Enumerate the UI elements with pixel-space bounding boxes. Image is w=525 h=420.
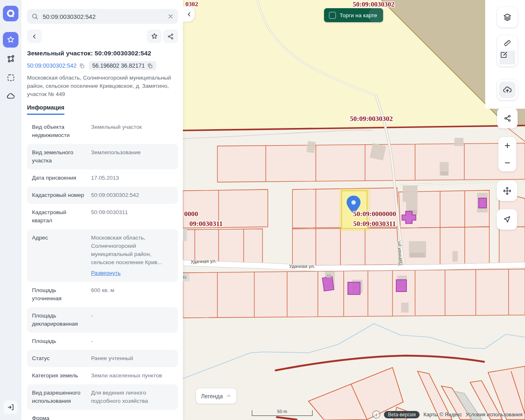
- sidebar-item-layers-cloud[interactable]: [3, 89, 18, 104]
- select-area-icon: [6, 73, 16, 82]
- legend-button[interactable]: Легенда: [196, 388, 236, 404]
- quarter-label: 50:09:0030302: [350, 115, 393, 123]
- row-value: 17.05.2013: [86, 174, 173, 182]
- row-value: Земли населенных пунктов: [86, 372, 173, 380]
- share-button[interactable]: [163, 30, 178, 43]
- collapse-panel-button[interactable]: [183, 7, 195, 22]
- row-label: Вид объекта недвижимости: [32, 123, 86, 139]
- copy-icon[interactable]: [147, 63, 153, 69]
- row-value: Для ведения личного подсобного хозяйства: [86, 389, 173, 405]
- favorite-button[interactable]: [147, 30, 162, 43]
- table-row: Кадастровый номер50:09:0030302:542: [27, 187, 178, 204]
- terms-link[interactable]: Условия использования: [466, 412, 523, 418]
- row-label: Кадастровый номер: [32, 191, 86, 199]
- map-canvas[interactable]: 49 65 Удачная ул. Удачная ул. Удачная ул…: [183, 0, 525, 420]
- row-label: Площадь декларированная: [32, 312, 86, 328]
- row-value: Земельный участок: [86, 123, 173, 139]
- street-label: Удачная ул.: [289, 264, 315, 269]
- table-row: Вид земельного участкаЗемлепользование: [27, 144, 178, 169]
- scale-bar: 50 m: [252, 410, 313, 416]
- row-value: Землепользование: [86, 148, 173, 165]
- chevron-left-icon: [31, 33, 38, 40]
- share-map-button[interactable]: [497, 108, 518, 128]
- row-label: Категория земель: [32, 372, 86, 380]
- page-title: Земельный участок: 50:09:0030302:542: [27, 50, 178, 57]
- row-value: [86, 414, 173, 420]
- pan-mode-button[interactable]: [497, 180, 517, 201]
- row-value: Ранее учтенный: [86, 354, 173, 363]
- app-window: Земельный участок: 50:09:0030302:542 50:…: [0, 0, 525, 420]
- quarter-label: 50:09:0030302: [353, 0, 395, 8]
- zoom-out-button[interactable]: −: [498, 154, 516, 171]
- gavel-icon: [368, 8, 383, 22]
- chevron-up-icon: [226, 393, 231, 399]
- clear-search-icon[interactable]: [167, 13, 174, 20]
- zoom-control: + −: [498, 137, 516, 171]
- draw-button[interactable]: [500, 50, 515, 64]
- ruler-icon: [503, 39, 512, 48]
- copy-icon[interactable]: [79, 63, 85, 69]
- house-number: 65: [326, 273, 332, 278]
- info-icon[interactable]: i: [372, 411, 380, 418]
- search-input[interactable]: [42, 13, 167, 21]
- scale-label: 50 m: [252, 409, 312, 414]
- exit-icon: [7, 403, 15, 411]
- search-bar: [27, 9, 178, 24]
- share-icon: [503, 114, 512, 123]
- polygon-tool-icon: [6, 54, 16, 64]
- table-row: Форма: [27, 410, 178, 420]
- logout-button[interactable]: [4, 400, 18, 414]
- house-number: 49: [183, 275, 187, 280]
- expand-address-link[interactable]: Развернуть: [91, 269, 121, 277]
- map-viewport[interactable]: 49 65 Удачная ул. Удачная ул. Удачная ул…: [183, 0, 525, 420]
- measure-button[interactable]: [503, 36, 512, 49]
- row-value: -: [86, 337, 173, 345]
- chevron-left-icon: [186, 11, 192, 17]
- legend-label: Легенда: [201, 393, 223, 399]
- cadastral-number-chip[interactable]: 50:09:0030302:542: [27, 62, 85, 69]
- zoom-in-button[interactable]: +: [498, 137, 516, 154]
- upload-button[interactable]: [497, 80, 518, 100]
- row-value: 50:09:0030311: [86, 208, 173, 225]
- table-row: Вид объекта недвижимостиЗемельный участо…: [27, 119, 178, 144]
- sidebar-item-polygon-tool[interactable]: [3, 51, 18, 66]
- torgi-checkbox[interactable]: [329, 12, 336, 19]
- table-row: Кадастровый квартал50:09:0030311: [27, 204, 178, 229]
- row-label: Статус: [32, 354, 86, 363]
- table-row: Дата присвоения17.05.2013: [27, 169, 178, 187]
- info-panel: Земельный участок: 50:09:0030302:542 50:…: [21, 0, 183, 420]
- quarter-311-label: 50:09:0030311: [353, 220, 396, 228]
- row-label: Вид земельного участка: [32, 148, 86, 165]
- tab-information[interactable]: Информация: [27, 104, 64, 115]
- app-logo[interactable]: [3, 6, 18, 21]
- row-value: 50:09:0030302:542: [86, 191, 173, 199]
- table-row: Площадь-: [27, 333, 178, 350]
- quarter-311-label-cut: 09:0030311: [189, 220, 223, 228]
- coordinates-chip[interactable]: 56.196802 36.82171: [89, 61, 156, 70]
- chips-row: 50:09:0030302:542 56.196802 36.82171: [27, 61, 178, 70]
- torgi-toggle-button[interactable]: Торги на карте: [324, 8, 383, 22]
- beta-badge: Beta-версия: [384, 411, 420, 418]
- nspd-logo-icon: [5, 8, 16, 19]
- table-row: Площадь декларированная-: [27, 307, 178, 333]
- locate-me-button[interactable]: [497, 209, 517, 230]
- table-row: Категория земельЗемли населенных пунктов: [27, 367, 178, 384]
- icon-rail: [0, 0, 21, 420]
- row-label: Площадь уточненная: [32, 286, 86, 303]
- row-label: Кадастровый квартал: [32, 208, 86, 225]
- row-value: -: [86, 312, 173, 328]
- star-icon: [6, 35, 15, 44]
- edit-icon: [500, 50, 508, 59]
- row-label: Адрес: [32, 234, 86, 277]
- table-row-address: Адрес Московская область, Солнечногорски…: [27, 229, 178, 282]
- sidebar-item-favorites[interactable]: [3, 32, 18, 48]
- back-button[interactable]: [27, 30, 42, 43]
- zero-quarter-label-cut: 0000: [184, 210, 198, 218]
- cloud-icon: [6, 91, 16, 101]
- cloud-upload-icon: [502, 85, 512, 95]
- layers-button[interactable]: [497, 7, 518, 27]
- zero-quarter-label: 50:09:0000000: [353, 210, 396, 218]
- row-label: Площадь: [32, 337, 86, 345]
- map-copyright[interactable]: Карты © Яндекс: [423, 412, 462, 418]
- sidebar-item-select-area[interactable]: [3, 70, 18, 85]
